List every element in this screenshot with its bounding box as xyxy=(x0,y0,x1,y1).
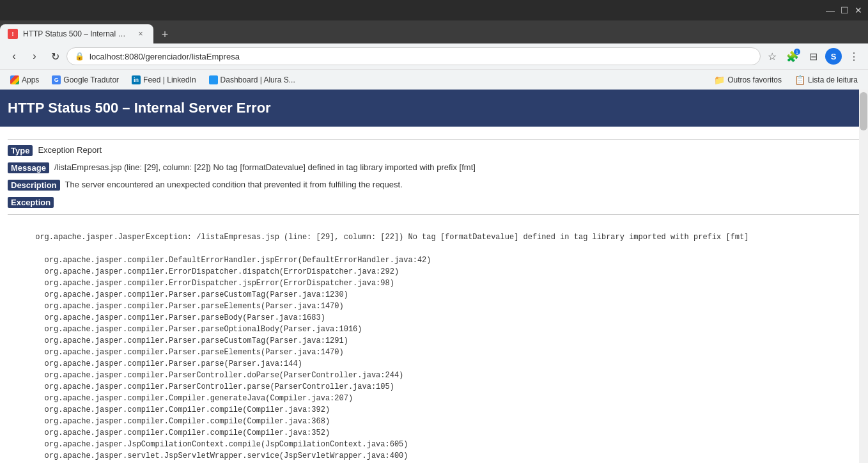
profile-avatar: S xyxy=(825,48,842,65)
description-section: Description The server encountered an un… xyxy=(8,180,860,191)
bookmark-apps-label: Apps xyxy=(22,75,39,84)
tab-title: HTTP Status 500 – Internal Serve... xyxy=(23,29,130,38)
stacktrace-line1: org.apache.jasper.JasperException: /list… xyxy=(35,233,748,242)
more-icon: ⋮ xyxy=(849,51,859,63)
apps-icon xyxy=(10,75,19,84)
bookmark-alura-label: Dashboard | Alura S... xyxy=(221,75,295,84)
stacktrace: org.apache.jasper.JasperException: /list… xyxy=(8,220,860,463)
stacktrace-rest: org.apache.jasper.compiler.DefaultErrorH… xyxy=(8,255,860,463)
message-label: Message xyxy=(8,162,49,173)
description-value: The server encountered an unexpected con… xyxy=(65,180,403,189)
tab-favicon: ! xyxy=(8,29,18,39)
profile-button[interactable]: S xyxy=(825,47,842,65)
title-bar-controls: — ☐ ✕ xyxy=(826,6,863,15)
ext-badge: 1 xyxy=(794,49,800,55)
bookmarks-right: 📁 Outros favoritos 📋 Lista de leitura xyxy=(709,72,863,88)
bookmark-linkedin[interactable]: in Feed | LinkedIn xyxy=(127,73,201,87)
refresh-button[interactable]: ↻ xyxy=(46,47,64,65)
scroll-thumb[interactable] xyxy=(860,92,867,130)
bookmark-linkedin-label: Feed | LinkedIn xyxy=(143,75,196,84)
outros-favoritos-button[interactable]: 📁 Outros favoritos xyxy=(709,72,787,88)
bookmark-apps[interactable]: Apps xyxy=(5,73,44,87)
back-button[interactable]: ‹ xyxy=(5,47,23,65)
description-label: Description xyxy=(8,180,60,191)
bookmark-google-tradutor-label: Google Tradutor xyxy=(63,75,119,84)
bookmark-google-tradutor[interactable]: G Google Tradutor xyxy=(47,73,124,87)
bookmark-star-button[interactable]: ☆ xyxy=(763,47,781,65)
address-text: localhost:8080/gerenciador/listaEmpresa xyxy=(89,52,752,61)
more-menu-button[interactable]: ⋮ xyxy=(845,47,863,65)
folder-icon: 📁 xyxy=(714,75,725,85)
bookmarks-bar: Apps G Google Tradutor in Feed | LinkedI… xyxy=(0,69,868,90)
reading-list-icon: 📋 xyxy=(794,75,805,85)
message-value: /listaEmpresas.jsp (line: [29], column: … xyxy=(54,162,476,172)
message-section: Message /listaEmpresas.jsp (line: [29], … xyxy=(8,162,860,173)
tab-close-button[interactable]: × xyxy=(136,29,146,39)
extensions-button[interactable]: 🧩 1 xyxy=(784,47,802,65)
type-section: Type Exception Report xyxy=(8,145,860,156)
minimize-button[interactable]: — xyxy=(826,6,835,15)
lock-icon: 🔒 xyxy=(75,52,84,61)
type-label: Type xyxy=(8,145,33,156)
close-window-button[interactable]: ✕ xyxy=(854,6,863,15)
page-content: HTTP Status 500 – Internal Server Error … xyxy=(0,90,868,463)
maximize-button[interactable]: ☐ xyxy=(840,6,849,15)
linkedin-icon: in xyxy=(132,75,141,84)
address-bar[interactable]: 🔒 localhost:8080/gerenciador/listaEmpres… xyxy=(66,47,761,65)
address-bar-row: ‹ › ↻ 🔒 localhost:8080/gerenciador/lista… xyxy=(0,43,868,69)
bookmark-manager-icon: ⊟ xyxy=(809,51,818,63)
exception-label: Exception xyxy=(8,197,54,208)
toolbar-right: ☆ 🧩 1 ⊟ S ⋮ xyxy=(763,47,863,65)
title-bar: — ☐ ✕ xyxy=(0,0,868,20)
lista-de-leitura-label: Lista de leitura xyxy=(808,75,858,84)
error-header: HTTP Status 500 – Internal Server Error xyxy=(0,90,868,127)
forward-button[interactable]: › xyxy=(26,47,43,65)
alura-icon xyxy=(209,75,218,84)
page-title: HTTP Status 500 – Internal Server Error xyxy=(8,100,271,116)
outros-favoritos-label: Outros favoritos xyxy=(727,75,782,84)
scrollbar[interactable] xyxy=(859,90,868,463)
bookmark-alura[interactable]: Dashboard | Alura S... xyxy=(204,73,300,87)
new-tab-button[interactable]: + xyxy=(156,26,174,43)
star-icon: ☆ xyxy=(768,51,777,63)
browser-chrome: — ☐ ✕ ! HTTP Status 500 – Internal Serve… xyxy=(0,0,868,90)
tab-bar: ! HTTP Status 500 – Internal Serve... × … xyxy=(0,20,868,43)
bookmark-manager-button[interactable]: ⊟ xyxy=(804,47,822,65)
active-tab[interactable]: ! HTTP Status 500 – Internal Serve... × xyxy=(0,24,153,43)
error-body: Type Exception Report Message /listaEmpr… xyxy=(0,127,868,463)
exception-section: Exception xyxy=(8,197,860,208)
google-tradutor-icon: G xyxy=(52,75,61,84)
lista-de-leitura-button[interactable]: 📋 Lista de leitura xyxy=(789,72,863,88)
type-value: Exception Report xyxy=(38,145,102,155)
